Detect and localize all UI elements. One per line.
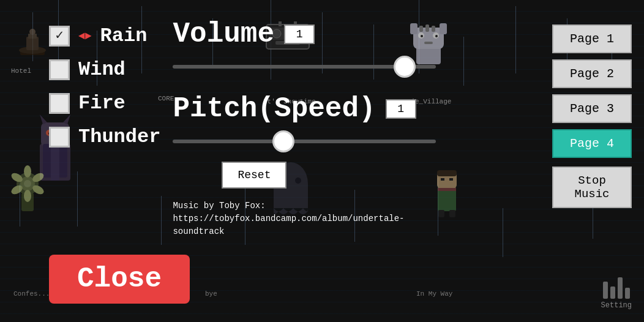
confess-label: Confes... <box>13 290 50 298</box>
wind-row: Wind <box>49 58 160 81</box>
fire-checkbox[interactable] <box>49 93 70 114</box>
fire-row: Fire <box>49 92 160 114</box>
music-credit-text: Music by Toby Fox:https://tobyfox.bandca… <box>173 201 404 236</box>
sprite-hotel-area <box>11 24 51 67</box>
rain-checkmark: ✓ <box>55 29 63 43</box>
rain-arrow: ◄► <box>78 30 92 42</box>
fire-label: Fire <box>78 92 125 114</box>
page1-button[interactable]: Page 1 <box>552 24 632 53</box>
volume-title: Volume <box>173 18 274 50</box>
thunder-label: Thunder <box>78 125 160 148</box>
volume-slider[interactable] <box>173 58 436 76</box>
page2-button[interactable]: Page 2 <box>552 59 632 88</box>
page4-button[interactable]: Page 4 <box>552 129 632 158</box>
thunder-row: Thunder <box>49 125 160 148</box>
settings-area[interactable]: Setting <box>601 277 632 310</box>
close-button-label: Close <box>77 263 162 295</box>
svg-rect-2 <box>26 37 39 50</box>
close-button[interactable]: Close <box>49 255 190 304</box>
svg-point-39 <box>24 165 31 178</box>
pitch-title: Pitch(Speed) <box>173 93 375 125</box>
sprite-flowey <box>9 162 46 214</box>
volume-thumb[interactable] <box>394 56 416 78</box>
svg-point-4 <box>29 29 36 35</box>
hotel-label: Hotel <box>11 67 31 75</box>
pitch-slider[interactable] <box>173 132 436 151</box>
rain-checkbox[interactable]: ✓ <box>49 26 70 47</box>
thunder-checkbox[interactable] <box>49 127 70 148</box>
settings-icon <box>603 277 630 299</box>
wind-checkbox[interactable] <box>49 59 70 80</box>
pitch-thumb[interactable] <box>272 130 294 152</box>
wind-label: Wind <box>78 58 125 81</box>
controls-section: Volume 1 Pitch(Speed) 1 Reset Music by T… <box>173 18 540 304</box>
music-credit: Music by Toby Fox:https://tobyfox.bandca… <box>173 200 356 238</box>
volume-row: Volume 1 <box>173 18 540 50</box>
svg-marker-27 <box>40 114 47 124</box>
settings-label: Setting <box>601 301 632 310</box>
page3-button[interactable]: Page 3 <box>552 94 632 123</box>
volume-value[interactable]: 1 <box>284 24 315 44</box>
rain-label: Rain <box>100 24 148 47</box>
stop-music-button[interactable]: Stop Music <box>552 167 632 208</box>
pitch-value[interactable]: 1 <box>386 99 416 119</box>
svg-point-38 <box>24 180 31 187</box>
reset-button[interactable]: Reset <box>222 162 286 189</box>
page-section: Page 1 Page 2 Page 3 Page 4 Stop Music <box>552 18 638 304</box>
pitch-row: Pitch(Speed) 1 <box>173 93 540 125</box>
rain-row: ✓ ◄► Rain <box>49 24 160 47</box>
pitch-track <box>173 140 436 143</box>
svg-point-42 <box>24 190 31 202</box>
